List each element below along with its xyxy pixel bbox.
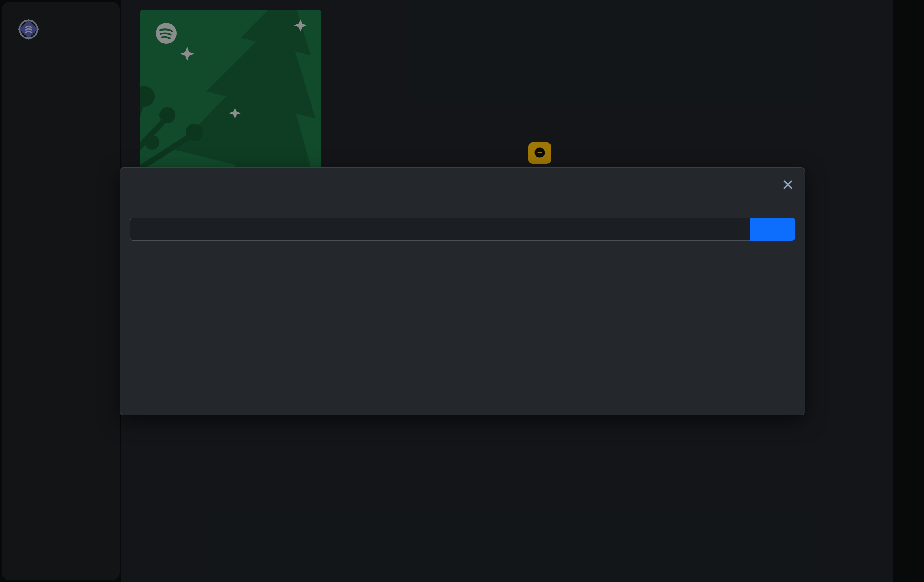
search-jellyfin-modal: ✕ bbox=[120, 167, 805, 415]
search-group bbox=[130, 218, 795, 241]
modal-body bbox=[120, 207, 805, 247]
app-root: ✕ bbox=[0, 0, 924, 582]
close-icon[interactable]: ✕ bbox=[781, 177, 794, 193]
modal-header: ✕ bbox=[120, 168, 805, 207]
search-input[interactable] bbox=[130, 218, 750, 241]
search-button[interactable] bbox=[750, 218, 795, 241]
